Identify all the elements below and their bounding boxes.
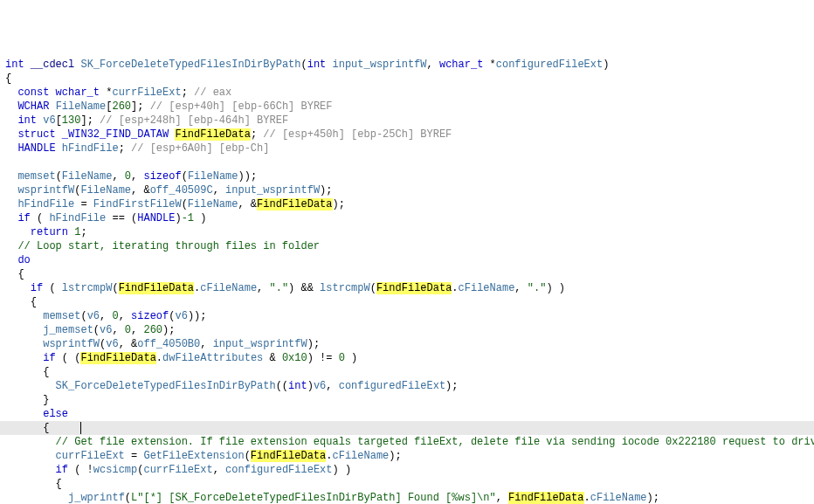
code-token: "." [528, 282, 547, 294]
code-token: cFileName [200, 282, 257, 294]
code-token: memset [17, 170, 55, 183]
code-token [326, 59, 332, 71]
code-line[interactable]: { [0, 295, 814, 309]
code-token: configuredFileExt [225, 464, 332, 476]
code-token: ( [43, 282, 62, 294]
code-line[interactable]: wsprintfW(FileName, &off_40509C, input_w… [0, 183, 814, 197]
code-line[interactable]: const wchar_t *currFileExt; // eax [0, 86, 814, 100]
code-token: if [17, 212, 30, 224]
code-token: . [452, 282, 458, 294]
code-token: sizeof [143, 170, 181, 183]
code-token: v6 [87, 310, 100, 322]
code-line[interactable]: // Loop start, iterating through files i… [0, 239, 814, 253]
code-line[interactable]: if ( lstrcmpW(FindFileData.cFileName, ".… [0, 281, 814, 295]
code-token: } [43, 394, 49, 406]
code-line[interactable]: if ( hFindFile == (HANDLE)-1 ) [0, 211, 814, 225]
code-token: ( [125, 492, 131, 504]
code-line[interactable]: j_memset(v6, 0, 260); [0, 323, 814, 337]
code-token: v6 [100, 324, 112, 336]
code-token: ) [194, 212, 206, 224]
code-line[interactable]: } [0, 393, 814, 407]
code-token: ( [56, 170, 62, 183]
code-token: 0 [339, 352, 345, 364]
code-token: { [43, 422, 49, 434]
code-line[interactable]: do [0, 253, 814, 267]
highlighted-token: FindFileData [251, 450, 326, 462]
code-line[interactable]: int __cdecl SK_ForceDeleteTypedFilesInDi… [0, 58, 814, 72]
code-token: cFileName [332, 450, 389, 462]
code-token: { [31, 296, 37, 308]
code-token: { [5, 72, 11, 85]
code-line[interactable]: int v6[130]; // [esp+248h] [ebp-464h] BY… [0, 114, 814, 128]
code-token: ) ) [546, 282, 565, 294]
code-token: ( ! [68, 464, 93, 476]
code-token: if [43, 352, 55, 364]
code-token: ) ) [333, 464, 352, 476]
code-token: dwFileAttributes [162, 352, 263, 364]
code-token: ( ( [56, 352, 81, 364]
code-line[interactable]: WCHAR FileName[260]; // [esp+40h] [ebp-6… [0, 100, 814, 114]
code-token: ; [251, 128, 263, 141]
code-token: , [326, 380, 338, 392]
code-token: HANDLE [17, 142, 55, 155]
code-token: ( [80, 310, 86, 322]
code-line[interactable]: { [0, 421, 814, 435]
code-token: ); [307, 338, 320, 350]
code-token: _WIN32_FIND_DATAW [62, 128, 169, 141]
code-token: ) && [288, 282, 320, 294]
code-token: ( [112, 282, 118, 294]
code-line[interactable]: else [0, 407, 814, 421]
code-token: if [31, 282, 43, 294]
code-line[interactable]: if ( !wcsicmp(currFileExt, configuredFil… [0, 463, 814, 477]
code-token: GetFileExtension [143, 450, 244, 462]
code-token: SK_ForceDeleteTypedFilesInDirByPath [56, 380, 276, 392]
code-token: v6 [43, 114, 55, 127]
code-token: ]; [80, 114, 100, 127]
code-token: )); [188, 310, 207, 322]
code-line[interactable]: hFindFile = FindFirstFileW(FileName, &Fi… [0, 197, 814, 211]
code-token [56, 142, 62, 155]
code-line[interactable]: SK_ForceDeleteTypedFilesInDirByPath((int… [0, 379, 814, 393]
code-line[interactable]: { [0, 365, 814, 379]
code-line[interactable]: { [0, 72, 814, 86]
code-line[interactable]: j_wprintf(L"[*] [SK_ForceDeleteTypedFile… [0, 491, 814, 504]
code-line[interactable]: return 1; [0, 225, 814, 239]
code-token: { [17, 268, 24, 280]
code-line[interactable]: { [0, 477, 814, 491]
code-token: FindFirstFileW [93, 198, 182, 211]
code-token: wchar_t [439, 59, 483, 71]
code-line[interactable]: HANDLE hFindFile; // [esp+6A0h] [ebp-Ch] [0, 142, 814, 155]
code-token: , [100, 310, 112, 322]
code-token: * [483, 59, 495, 71]
code-line[interactable]: struct _WIN32_FIND_DATAW FindFileData; /… [0, 128, 814, 142]
code-line[interactable] [0, 155, 814, 169]
code-token: lstrcmpW [62, 282, 113, 294]
code-token: ); [320, 184, 332, 197]
code-token: ; [80, 226, 86, 238]
code-token: input_wsprintfW [213, 338, 307, 350]
code-token [49, 100, 55, 113]
code-token: 260 [112, 100, 131, 113]
code-line[interactable]: // Get file extension. If file extension… [0, 435, 814, 449]
code-line[interactable]: wsprintfW(v6, &off_4050B0, input_wsprint… [0, 337, 814, 351]
code-token: off_40509C [150, 184, 213, 197]
code-editor[interactable]: int __cdecl SK_ForceDeleteTypedFilesInDi… [0, 56, 814, 504]
code-line[interactable]: memset(FileName, 0, sizeof(FileName)); [0, 169, 814, 183]
code-token: , [213, 184, 225, 197]
code-line[interactable]: if ( (FindFileData.dwFileAttributes & 0x… [0, 351, 814, 365]
code-token: FileName [80, 184, 131, 197]
code-token: wsprintfW [43, 338, 100, 350]
code-token: FileName [62, 170, 113, 183]
code-token: currFileExt [56, 450, 125, 462]
code-token: , [112, 324, 124, 336]
code-line[interactable]: currFileExt = GetFileExtension(FindFileD… [0, 449, 814, 463]
code-token: ); [162, 324, 175, 336]
code-token: ( [182, 198, 188, 211]
code-line[interactable]: { [0, 267, 814, 281]
code-token: int [288, 380, 307, 392]
code-token: [ [56, 114, 62, 127]
code-token: ; [182, 86, 194, 99]
code-token: (( [276, 380, 288, 392]
code-line[interactable]: memset(v6, 0, sizeof(v6)); [0, 309, 814, 323]
code-token: ); [647, 492, 659, 504]
